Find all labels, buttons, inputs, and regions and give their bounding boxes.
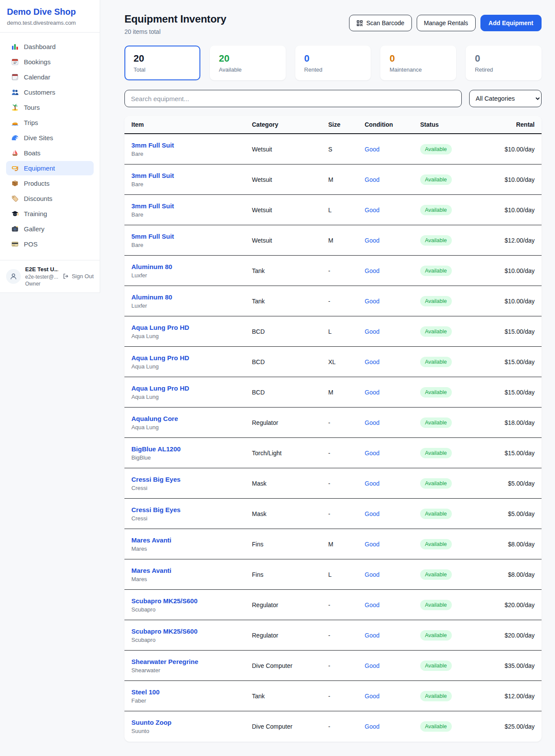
sidebar-item[interactable]: Gallery <box>6 222 94 236</box>
item-name-link[interactable]: 5mm Full Suit <box>131 233 174 240</box>
item-brand: Luxfer <box>131 272 252 279</box>
item-name-link[interactable]: 3mm Full Suit <box>131 172 174 179</box>
status-cell: Available <box>420 387 501 398</box>
condition-link[interactable]: Good <box>365 662 379 669</box>
item-name-link[interactable]: Cressi Big Eyes <box>131 506 180 513</box>
item-name-link[interactable]: Aqualung Core <box>131 415 178 422</box>
scan-barcode-button[interactable]: Scan Barcode <box>349 15 412 31</box>
sidebar-item[interactable]: Tours <box>6 100 94 115</box>
status-cell: Available <box>420 569 501 580</box>
rental-price: $15.00/day <box>501 358 535 365</box>
item-name-link[interactable]: Aqua Lung Pro HD <box>131 354 189 362</box>
sidebar-item-label: POS <box>24 240 38 248</box>
rental-price: $10.00/day <box>501 207 535 214</box>
table-row: Steel 100 Faber Tank - Good Available $1… <box>124 681 542 711</box>
item-name-link[interactable]: Scubapro MK25/S600 <box>131 597 198 605</box>
stat-value: 20 <box>219 53 277 64</box>
rental-price: $20.00/day <box>501 602 535 608</box>
bookings-icon <box>11 58 19 66</box>
condition-link[interactable]: Good <box>365 693 379 700</box>
item-name-link[interactable]: 3mm Full Suit <box>131 202 174 210</box>
item-cell: Aqua Lung Pro HD Aqua Lung <box>131 354 252 370</box>
sign-out-button[interactable]: Sign Out <box>62 273 94 279</box>
condition-link[interactable]: Good <box>365 298 379 305</box>
condition-link[interactable]: Good <box>365 207 379 214</box>
condition-link[interactable]: Good <box>365 389 379 396</box>
sidebar-item[interactable]: Discounts <box>6 191 94 206</box>
status-cell: Available <box>420 691 501 701</box>
item-name-link[interactable]: Aqua Lung Pro HD <box>131 324 189 331</box>
item-name-link[interactable]: Cressi Big Eyes <box>131 476 180 483</box>
condition-link[interactable]: Good <box>365 267 379 274</box>
size-cell: M <box>328 176 365 183</box>
item-name-link[interactable]: Aqua Lung Pro HD <box>131 385 189 392</box>
status-cell: Available <box>420 448 501 458</box>
category-cell: Tank <box>252 693 328 700</box>
item-brand: Bare <box>131 211 252 218</box>
size-cell: - <box>328 480 365 487</box>
condition-link[interactable]: Good <box>365 510 379 517</box>
condition-cell: Good <box>365 571 420 578</box>
category-cell: Wetsuit <box>252 207 328 214</box>
stat-card[interactable]: 20 Available <box>210 46 286 80</box>
user-box: E2E Test U... e2e-tester@... Owner Sign … <box>0 260 100 293</box>
item-brand: Mares <box>131 546 252 552</box>
search-input[interactable] <box>124 90 462 107</box>
condition-link[interactable]: Good <box>365 571 379 578</box>
item-name-link[interactable]: Mares Avanti <box>131 567 171 574</box>
item-name-link[interactable]: Steel 100 <box>131 688 160 696</box>
condition-link[interactable]: Good <box>365 541 379 548</box>
item-name-link[interactable]: Shearwater Peregrine <box>131 658 198 665</box>
rental-price: $10.00/day <box>501 176 535 183</box>
stat-label: Available <box>219 66 277 73</box>
condition-link[interactable]: Good <box>365 328 379 335</box>
sidebar-item[interactable]: Dive Sites <box>6 131 94 145</box>
stat-card[interactable]: 0 Rented <box>295 46 371 80</box>
rental-price: $10.00/day <box>501 298 535 305</box>
sidebar-item[interactable]: Trips <box>6 115 94 130</box>
condition-cell: Good <box>365 419 420 426</box>
table-row: Shearwater Peregrine Shearwater Dive Com… <box>124 651 542 681</box>
sidebar-item[interactable]: Customers <box>6 85 94 99</box>
add-equipment-button[interactable]: Add Equipment <box>480 15 542 31</box>
stat-card[interactable]: 20 Total <box>124 46 200 80</box>
item-brand: Scubapro <box>131 606 252 613</box>
sidebar-item[interactable]: Products <box>6 176 94 191</box>
condition-link[interactable]: Good <box>365 176 379 183</box>
condition-link[interactable]: Good <box>365 602 379 608</box>
stat-card[interactable]: 0 Retired <box>466 46 542 80</box>
sidebar-item[interactable]: POS <box>6 237 94 251</box>
sidebar-item[interactable]: Bookings <box>6 55 94 69</box>
category-cell: Wetsuit <box>252 237 328 244</box>
sidebar-item[interactable]: Dashboard <box>6 39 94 54</box>
condition-link[interactable]: Good <box>365 419 379 426</box>
sidebar-item[interactable]: Training <box>6 207 94 221</box>
stats-row: 20 Total 20 Available 0 Rented 0 Mainten… <box>124 46 542 80</box>
condition-link[interactable]: Good <box>365 450 379 457</box>
condition-link[interactable]: Good <box>365 358 379 365</box>
item-name-link[interactable]: Aluminum 80 <box>131 263 172 270</box>
items-total: 20 items total <box>124 28 226 35</box>
sidebar-item[interactable]: Calendar <box>6 70 94 84</box>
sidebar-item[interactable]: Boats <box>6 146 94 160</box>
item-name-link[interactable]: Aluminum 80 <box>131 293 172 301</box>
rental-price: $18.00/day <box>501 419 535 426</box>
status-cell: Available <box>420 661 501 671</box>
item-name-link[interactable]: BigBlue AL1200 <box>131 445 181 453</box>
condition-link[interactable]: Good <box>365 723 379 730</box>
condition-link[interactable]: Good <box>365 237 379 244</box>
dive-sites-icon <box>11 134 19 141</box>
condition-link[interactable]: Good <box>365 632 379 639</box>
item-name-link[interactable]: Scubapro MK25/S600 <box>131 628 198 635</box>
manage-rentals-button[interactable]: Manage Rentals <box>417 15 476 31</box>
category-filter[interactable]: All Categories <box>469 90 542 107</box>
stat-card[interactable]: 0 Maintenance <box>380 46 456 80</box>
item-name-link[interactable]: 3mm Full Suit <box>131 141 174 149</box>
sidebar-item[interactable]: Equipment <box>6 161 94 175</box>
condition-link[interactable]: Good <box>365 480 379 487</box>
rental-price: $12.00/day <box>501 237 535 244</box>
item-name-link[interactable]: Mares Avanti <box>131 536 171 544</box>
item-name-link[interactable]: Suunto Zoop <box>131 719 171 726</box>
rental-price: $15.00/day <box>501 328 535 335</box>
condition-link[interactable]: Good <box>365 146 379 153</box>
